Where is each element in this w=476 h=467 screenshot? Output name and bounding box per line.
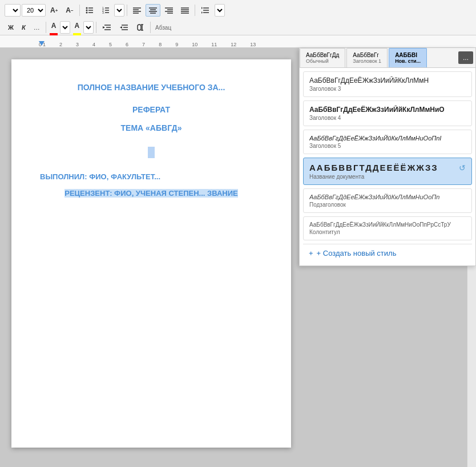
ruler-mark-10: 10 <box>192 42 197 47</box>
indent-decrease-button[interactable] <box>116 21 132 34</box>
svg-point-4 <box>86 12 87 14</box>
styles-more-button[interactable]: ... <box>458 51 473 64</box>
doc-reviewer-text: РЕЦЕНЗЕНТ: ФИО, УЧЕНАЯ СТЕПЕН... ЗВАНИЕ <box>64 189 237 198</box>
italic-button[interactable]: К <box>18 21 29 34</box>
styles-tabs: АаБбВвГгДд Обычный АаБбВвГг Заголовок 1 … <box>300 48 475 68</box>
align-left-button[interactable] <box>130 4 144 17</box>
create-style-icon: + <box>309 249 313 257</box>
svg-rect-41 <box>138 25 141 30</box>
ruler-mark-5: 5 <box>109 42 112 47</box>
font-family-select[interactable]: ▼ <box>5 4 21 17</box>
tab-h2-preview: ААББВI <box>395 52 421 58</box>
tab-normal-label: Обычный <box>306 58 339 64</box>
bold-button[interactable]: Ж <box>5 21 17 34</box>
toolbar-left-group: ▼ 20 A + A − 1.2.3. ▼ <box>5 2 225 35</box>
font-shrink-button[interactable]: A − <box>62 4 76 17</box>
align-right-button[interactable] <box>162 4 176 17</box>
svg-point-0 <box>86 7 87 9</box>
line-spacing-button[interactable] <box>197 4 213 17</box>
style-item-subheading[interactable]: АаБбВвГгДдЕеЁЖжЗзИиЙйКкЛлМмНиОоПп Подзаг… <box>303 188 472 213</box>
tab-h2-label: Нов. сти... <box>395 58 421 64</box>
refresh-icon[interactable]: ↺ <box>459 163 466 172</box>
style-item-h5-label: Заголовок 5 <box>309 143 466 149</box>
toolbar-separator-1 <box>79 5 80 16</box>
ruler-mark-12: 12 <box>231 42 236 47</box>
doc-tema: ТЕМА «АБВГД» <box>40 123 263 132</box>
ruler-mark-8: 8 <box>159 42 162 47</box>
toolbar-separator-5 <box>96 22 96 33</box>
style-item-doc-name[interactable]: ААББВВГТДДЕЕЁЁЖЖЗЗ ↺ Название документа <box>303 158 472 185</box>
section-label: Абзац <box>153 25 174 31</box>
document-page[interactable]: ПОЛНОЕ НАЗВАНИЕ УЧЕБНОГО ЗА... РЕФЕРАТ Т… <box>11 59 291 448</box>
ruler-mark-6: 6 <box>126 42 128 47</box>
style-item-h5[interactable]: АаБбВвГгДдЕеЁЖжЗзИиЙйКкЛлМмНиОоПпI Загол… <box>303 130 472 154</box>
style-item-footer[interactable]: АаБбВвГгДдЕеЁЖжЗзИиЙйКкЛлМмНиОоПпРрСсТрУ… <box>303 216 472 240</box>
styles-list: АаБбВвГгДдЕеЁЖжЗзИиЙйКкЛлМмН Заголовок 3… <box>300 68 475 265</box>
ruler-mark-7: 7 <box>142 42 145 47</box>
tab-h1-label: Заголовок 1 <box>353 58 381 64</box>
tab-h1[interactable]: АаБбВвГг Заголовок 1 <box>346 48 388 67</box>
style-item-h4[interactable]: АаБбВвГгДдЕеЁЖжЗзИиЙйКкЛлМмНиО Заголовок… <box>303 100 472 126</box>
create-style-button[interactable]: + + Создать новый стиль <box>303 244 472 262</box>
style-item-h3-label: Заголовок 3 <box>309 86 466 92</box>
svg-marker-32 <box>201 11 203 14</box>
style-item-h5-preview: АаБбВвГгДдЕеЁЖжЗзИиЙйКкЛлМмНиОоПпI <box>309 135 466 142</box>
indent-increase-button[interactable] <box>99 21 115 34</box>
toolbar: ▼ 20 A + A − 1.2.3. ▼ <box>0 0 476 35</box>
style-item-doc-name-preview: ААББВВГТДДЕЕЁЁЖЖЗЗ <box>309 163 438 172</box>
font-color-button[interactable]: A <box>49 19 59 32</box>
ruler-mark-2: 2 <box>59 42 62 47</box>
ruler-mark-13: 13 <box>250 42 256 47</box>
tab-h1-preview: АаБбВвГг <box>353 52 381 58</box>
doc-reviewer: РЕЦЕНЗЕНТ: ФИО, УЧЕНАЯ СТЕПЕН... ЗВАНИЕ <box>40 188 263 199</box>
font-grow-button[interactable]: A + <box>47 4 61 17</box>
align-justify-button[interactable] <box>178 4 192 17</box>
main-area: ПОЛНОЕ НАЗВАНИЕ УЧЕБНОГО ЗА... РЕФЕРАТ Т… <box>0 48 476 467</box>
ruler-mark-9: 9 <box>175 42 178 47</box>
paragraph-marks-button[interactable] <box>133 21 148 34</box>
highlight-select[interactable]: ▼ <box>83 21 94 34</box>
style-item-h3[interactable]: АаБбВвГгДдЕеЁЖжЗзИиЙйКкЛлМмН Заголовок 3 <box>303 71 472 97</box>
highlight-button[interactable]: A <box>71 19 82 32</box>
number-list-button[interactable]: 1.2.3. <box>98 4 113 17</box>
ruler-numbers: 0 1 2 3 4 5 6 7 8 9 10 11 12 13 <box>0 35 476 47</box>
style-item-doc-name-label: Название документа <box>309 174 466 180</box>
font-color-group: A <box>49 19 59 35</box>
doc-author: ВЫПОЛНИЛ: ФИО, ФАКУЛЬТЕТ... <box>40 172 263 181</box>
styles-panel: АаБбВвГгДд Обычный АаБбВвГг Заголовок 1 … <box>299 48 476 266</box>
list-style-select[interactable]: ▼ <box>114 4 124 17</box>
font-size-select[interactable]: 20 <box>22 4 46 17</box>
style-item-h4-label: Заголовок 4 <box>309 115 466 121</box>
text-cursor <box>148 147 155 158</box>
style-item-h3-preview: АаБбВвГгДдЕеЁЖжЗзИиЙйКкЛлМмН <box>309 77 466 84</box>
style-item-subheading-label: Подзаголовок <box>309 202 466 208</box>
ruler-mark-4: 4 <box>92 42 95 47</box>
svg-marker-36 <box>103 26 105 29</box>
doc-cursor-area <box>40 144 263 161</box>
font-color-select[interactable]: ▼ <box>60 21 70 34</box>
highlight-group: A <box>71 19 82 35</box>
align-center-button[interactable] <box>146 4 160 17</box>
doc-title: ПОЛНОЕ НАЗВАНИЕ УЧЕБНОГО ЗА... <box>40 82 263 94</box>
svg-text:3.: 3. <box>102 11 104 14</box>
doc-subtitle: РЕФЕРАТ <box>40 105 263 114</box>
ruler: 0 1 2 3 4 5 6 7 8 9 10 11 12 13 <box>0 35 476 48</box>
more-format-button[interactable]: … <box>30 21 43 34</box>
toolbar-separator-6 <box>150 22 151 33</box>
ruler-indent-marker[interactable] <box>39 41 45 46</box>
create-style-label: + Создать новый стиль <box>317 249 397 257</box>
tab-h2[interactable]: ААББВI Нов. сти... <box>389 48 427 67</box>
ruler-mark-11: 11 <box>211 42 217 47</box>
style-item-footer-label: Колонтитул <box>309 229 466 235</box>
toolbar-separator-3 <box>195 5 195 16</box>
bullet-list-button[interactable] <box>82 4 97 17</box>
style-item-h4-preview: АаБбВвГгДдЕеЁЖжЗзИиЙйКкЛлМмНиО <box>309 106 466 114</box>
ruler-mark-3: 3 <box>76 42 79 47</box>
toolbar-separator-4 <box>46 22 46 33</box>
style-item-subheading-preview: АаБбВвГгДдЕеЁЖжЗзИиЙйКкЛлМмНиОоПп <box>309 194 466 200</box>
spacing-select[interactable]: ▼ <box>215 4 225 17</box>
toolbar-bottom-row: Ж К … A ▼ A <box>5 19 225 35</box>
tab-normal[interactable]: АаБбВвГгДд Обычный <box>300 48 345 67</box>
style-item-footer-preview: АаБбВвГгДдЕеЁЖжЗзИиЙйКкЛлМмНиОоПпРрСсТрУ <box>309 222 466 228</box>
svg-point-2 <box>86 10 87 11</box>
